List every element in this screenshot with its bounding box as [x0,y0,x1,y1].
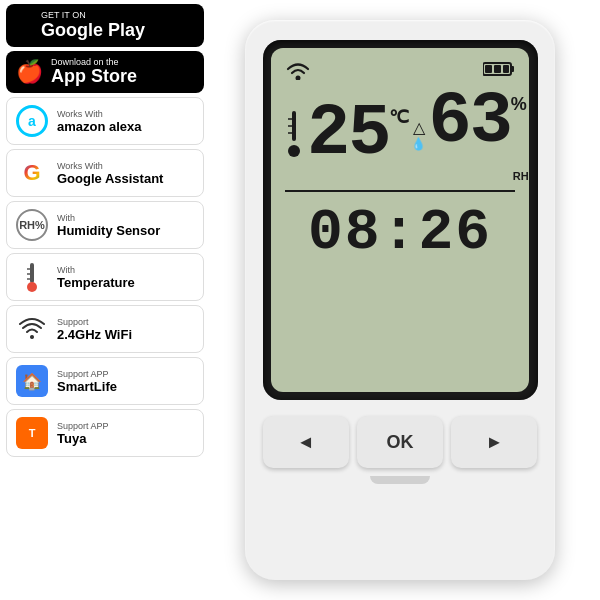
wifi-feature-icon [15,312,49,346]
screen-divider [285,190,515,192]
alexa-label-small: Works With [57,109,142,119]
right-button[interactable]: ► [451,416,537,468]
smartlife-text: Support APP SmartLife [57,369,117,394]
time-display: 08:26 [285,200,515,265]
tuya-icon: T [15,416,49,450]
feature-google: G Works With Google Assistant [6,149,204,197]
smartlife-icon: 🏠 [15,364,49,398]
smart-device: 25 ℃ △ 💧 63 % RH [245,20,555,580]
svg-rect-12 [292,111,296,141]
thermometer-small-icon [18,261,46,293]
screen-inner: 25 ℃ △ 💧 63 % RH [271,48,529,392]
humidity-label-big: Humidity Sensor [57,223,160,238]
feature-smartlife: 🏠 Support APP SmartLife [6,357,204,405]
temperature-display: 25 ℃ [307,98,409,170]
google-play-label-big: Google Play [41,21,145,41]
svg-rect-0 [30,263,34,283]
screen-outer: 25 ℃ △ 💧 63 % RH [263,40,538,400]
device-buttons: ◄ OK ► [263,416,538,468]
left-column: ▶ GET IT ON Google Play 🍎 Download on th… [0,0,210,600]
wifi-status-icon [285,58,311,80]
wifi-arcs-icon [16,313,48,345]
humidity-units: % RH [511,86,529,182]
svg-point-6 [296,76,301,81]
alexa-icon: a [15,104,49,138]
screen-top-bar [285,58,515,80]
temperature-value: 25 [307,98,389,170]
left-button[interactable]: ◄ [263,416,349,468]
tuya-label-big: Tuya [57,431,109,446]
humidity-text: With Humidity Sensor [57,213,160,238]
google-label-big: Google Assistant [57,171,163,186]
humidity-value: 63 [428,86,510,158]
humidity-icon: RH% [15,208,49,242]
humidity-rh: RH [513,170,529,182]
feature-tuya: T Support APP Tuya [6,409,204,457]
thermometer-screen-icon [285,109,303,159]
svg-rect-10 [494,65,501,73]
temperature-icon [15,260,49,294]
screen-readings: 25 ℃ △ 💧 63 % RH [285,86,515,182]
tuya-text: Support APP Tuya [57,421,109,446]
svg-point-13 [288,145,300,157]
wifi-text: Support 2.4GHz WiFi [57,317,132,342]
app-store-label-big: App Store [51,67,137,87]
tuya-label-small: Support APP [57,421,109,431]
time-value: 08:26 [308,200,492,265]
svg-rect-11 [503,65,509,73]
smartlife-label-big: SmartLife [57,379,117,394]
google-icon: G [15,156,49,190]
humidity-badge-icon: RH% [16,209,48,241]
google-text: Works With Google Assistant [57,161,163,186]
svg-point-5 [30,335,34,339]
smartlife-app-icon: 🏠 [16,365,48,397]
google-play-badge[interactable]: ▶ GET IT ON Google Play [6,4,204,47]
humidity-display: 63 % RH [428,86,528,182]
humidity-label-small: With [57,213,160,223]
feature-alexa: a Works With amazon alexa [6,97,204,145]
separator-icons: △ 💧 [411,118,426,151]
svg-rect-8 [511,66,514,72]
temperature-unit: ℃ [389,106,409,128]
apple-icon: 🍎 [16,59,43,85]
temperature-label-small: With [57,265,135,275]
google-play-text: GET IT ON Google Play [41,10,145,41]
drop-icon: △ [413,118,425,137]
water-drop-icon: 💧 [411,137,426,151]
app-store-text: Download on the App Store [51,57,137,88]
smartlife-label-small: Support APP [57,369,117,379]
right-column: 25 ℃ △ 💧 63 % RH [210,0,600,600]
ok-button[interactable]: OK [357,416,443,468]
svg-rect-9 [485,65,492,73]
feature-wifi: Support 2.4GHz WiFi [6,305,204,353]
app-store-badge[interactable]: 🍎 Download on the App Store [6,51,204,94]
feature-humidity: RH% With Humidity Sensor [6,201,204,249]
google-g-icon: G [23,160,40,186]
temperature-label-big: Temperature [57,275,135,290]
google-play-icon: ▶ [16,12,33,38]
alexa-label-big: amazon alexa [57,119,142,134]
tuya-app-icon: T [16,417,48,449]
alexa-ring-icon: a [16,105,48,137]
svg-point-1 [27,282,37,292]
google-label-small: Works With [57,161,163,171]
battery-status-icon [483,61,515,77]
alexa-text: Works With amazon alexa [57,109,142,134]
temperature-text: With Temperature [57,265,135,290]
wifi-label-big: 2.4GHz WiFi [57,327,132,342]
wifi-label-small: Support [57,317,132,327]
humidity-percent: % [511,94,529,115]
feature-temperature: With Temperature [6,253,204,301]
